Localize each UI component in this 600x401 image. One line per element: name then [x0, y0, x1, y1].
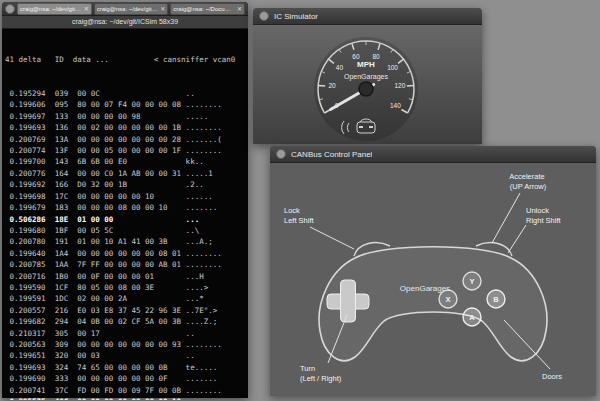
terminal-tab-1[interactable]: craig@nsa: ~/dev/git/ICSim ✕: [17, 3, 92, 15]
terminal-row: 0.200716 1B0 00 0F 00 00 00 01 ...H: [5, 271, 245, 282]
gauge-tick-label: 20: [328, 82, 336, 89]
controller-brand: OpenGarages: [400, 284, 450, 293]
ic-simulator-titlebar[interactable]: IC Simulator: [253, 8, 482, 25]
tab-close-icon[interactable]: ✕: [84, 5, 89, 12]
gauge-tick-label: 80: [372, 53, 380, 60]
terminal-row: 0.195294 039 00 0C ..: [5, 88, 245, 99]
button-y[interactable]: Y: [463, 272, 481, 290]
terminal-row: 0.200741 37C FD 00 FD 00 09 7F 00 0B ...…: [5, 385, 245, 396]
terminal-row: 0.199697 133 00 00 00 00 98 .....: [5, 111, 245, 122]
gauge-tick-label: 40: [335, 64, 343, 71]
label-turn: Turn (Left / Right): [300, 364, 342, 383]
control-panel-window: CANBus Control Panel Y X B: [270, 146, 596, 396]
terminal-row: 0.506286 18E 01 00 00 ...: [5, 214, 245, 225]
terminal-row: 0.199690 333 00 00 00 00 00 00 0F ......…: [5, 373, 245, 384]
terminal-tab-3[interactable]: craig@nsa: ~/Documents/?) ✕: [170, 3, 245, 15]
close-icon[interactable]: [259, 11, 269, 21]
label-line: Doors: [542, 372, 562, 381]
tab-close-icon[interactable]: ✕: [237, 5, 242, 12]
tab-close-icon[interactable]: ✕: [160, 5, 165, 12]
terminal-tab-2[interactable]: craig@nsa: ~/dev/git/ICSim ✕: [94, 3, 169, 15]
button-x-label: X: [445, 295, 450, 304]
terminal-row: 0.199651 320 00 03 ..: [5, 350, 245, 361]
terminal-row: 0.199640 1A4 00 00 00 00 00 00 08 01 ...…: [5, 248, 245, 259]
label-doors: Doors: [542, 372, 562, 381]
button-a-label: A: [469, 313, 475, 322]
label-accelerate: Accelerate (UP Arrow): [509, 172, 547, 191]
label-lock: Lock Left Shift: [284, 206, 315, 225]
terminal-row: 0.200557 216 E0 03 E8 37 45 22 96 3E ..7…: [5, 305, 245, 316]
ic-simulator-window: IC Simulator 020406080100120140 MPH Open…: [253, 8, 482, 144]
window-title: IC Simulator: [274, 12, 318, 21]
terminal-window: craig@nsa: ~/dev/git/ICSim ✕ craig@nsa: …: [2, 2, 248, 398]
terminal-row: 0.199700 143 6B 6B 00 E0 kk..: [5, 156, 245, 167]
tab-label: craig@nsa: ~/Documents/?): [173, 6, 235, 12]
gauge-hub: [359, 82, 373, 96]
terminal-row: 0.210317 305 00 17 ..: [5, 328, 245, 339]
label-line: (UP Arrow): [510, 182, 547, 191]
controller-diagram: Y X B A OpenGarages: [270, 163, 596, 397]
label-line: Accelerate: [509, 172, 544, 181]
button-y-label: Y: [469, 277, 474, 286]
control-panel-titlebar[interactable]: CANBus Control Panel: [270, 146, 596, 163]
label-line: (Left / Right): [300, 374, 342, 383]
button-b[interactable]: B: [487, 290, 505, 308]
gauge-tick-label: 60: [352, 53, 360, 60]
terminal-row: 0.199698 17C 00 00 00 00 00 10 ......: [5, 191, 245, 202]
button-a[interactable]: A: [463, 308, 481, 326]
terminal-row: 0.199693 324 74 65 00 00 00 00 0B te....…: [5, 362, 245, 373]
terminal-row: 0.199590 1CF 80 05 00 08 00 3E ....>: [5, 282, 245, 293]
terminal-row: 0.200776 164 00 00 C0 1A AB 00 00 31 ...…: [5, 168, 245, 179]
terminal-tabbar[interactable]: craig@nsa: ~/dev/git/ICSim ✕ craig@nsa: …: [2, 2, 248, 16]
terminal-row: 0.200774 13F 00 00 05 00 00 00 00 1F ...…: [5, 145, 245, 156]
terminal-row: 0.200563 309 00 00 00 00 00 00 00 93 ...…: [5, 339, 245, 350]
label-line: Unlock: [526, 206, 549, 215]
gauge-tick-label: 140: [390, 102, 401, 109]
label-line: Right Shift: [526, 216, 562, 225]
cansniffer-header: 41 delta ID data ... < cansniffer vcan0: [5, 54, 245, 65]
gauge-brand-label: OpenGarages: [344, 73, 388, 81]
terminal-row: 0.199606 095 80 00 07 F4 00 00 00 08 ...…: [5, 99, 245, 110]
terminal-row: 0.200780 191 01 00 10 A1 41 00 3B ...A.;: [5, 236, 245, 247]
label-unlock: Unlock Right Shift: [526, 206, 562, 225]
window-title: CANBus Control Panel: [291, 150, 372, 159]
close-icon[interactable]: [276, 149, 286, 159]
terminal-title[interactable]: craig@nsa: ~/dev/git/ICSim 58x39: [2, 16, 248, 29]
label-line: Lock: [284, 206, 300, 215]
terminal-row: 0.199591 1DC 02 00 00 2A ...*: [5, 293, 245, 304]
label-line: Left Shift: [284, 216, 315, 225]
gauge-tick-label: 120: [394, 82, 405, 89]
terminal-row: 0.199679 183 00 00 00 08 00 00 10 ......…: [5, 202, 245, 213]
terminal-rows: 0.195294 039 00 0C .. 0.199606 095 80 00…: [5, 88, 245, 400]
button-b-label: B: [493, 295, 499, 304]
label-line: Turn: [300, 364, 315, 373]
terminal-row: 0.199693 136 00 02 00 00 00 00 00 1B ...…: [5, 122, 245, 133]
terminal-row: 0.199682 294 04 0B 00 02 CF 5A 00 3B ...…: [5, 316, 245, 327]
terminal-row: 0.200785 1AA 7F FF 00 00 00 00 AB 01 ...…: [5, 259, 245, 270]
speedometer-gauge: 020406080100120140 MPH OpenGarages: [254, 25, 482, 145]
terminal-row: 0.200769 13A 00 00 00 00 00 00 00 28 ...…: [5, 134, 245, 145]
terminal-output[interactable]: 41 delta ID data ... < cansniffer vcan0 …: [2, 29, 248, 400]
gauge-tick-label: 100: [387, 64, 398, 71]
terminal-row: 0.199680 1BF 00 05 5C ..\: [5, 225, 245, 236]
terminal-row: 0.199692 166 D0 32 00 1B .2..: [5, 179, 245, 190]
close-icon[interactable]: [5, 4, 15, 14]
terminal-row: 0.295575 40C 00 00 00 00 00 00 00 10 ...…: [5, 396, 245, 400]
tab-label: craig@nsa: ~/dev/git/ICSim: [97, 6, 159, 12]
gauge-unit-label: MPH: [357, 60, 375, 69]
tab-label: craig@nsa: ~/dev/git/ICSim: [20, 6, 82, 12]
